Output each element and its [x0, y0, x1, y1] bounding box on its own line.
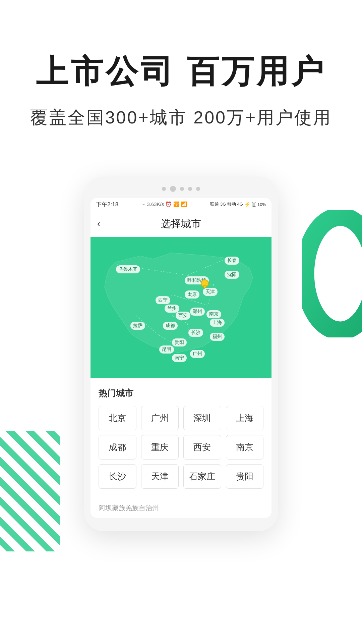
city-button[interactable]: 重庆	[141, 435, 179, 460]
ring-decoration	[302, 210, 362, 339]
status-right: 联通 3G 移动 4G ⚡ 10%	[210, 201, 266, 207]
map-city-label: 太原	[185, 290, 199, 299]
map-pin	[201, 279, 209, 291]
city-button[interactable]: 北京	[99, 406, 136, 430]
map-cities: 乌鲁木齐长春沈阳呼和浩特天津太原西宁兰州西安郑州南京上海拉萨成都长沙福州贵阳昆明…	[90, 237, 272, 378]
hero-subtitle: 覆盖全国300+城市 200万+用户使用	[27, 106, 335, 129]
hero-section: 上市公司 百万用户 覆盖全国300+城市 200万+用户使用	[0, 0, 362, 150]
status-speed: ··· 3.63K/s ⏰ 🛜 📶	[141, 201, 187, 207]
hot-cities-title: 热门城市	[99, 387, 263, 399]
map-city-label: 沈阳	[225, 271, 239, 279]
map-area: 乌鲁木齐长春沈阳呼和浩特天津太原西宁兰州西安郑州南京上海拉萨成都长沙福州贵阳昆明…	[90, 237, 272, 378]
status-time: 下午2:18	[96, 201, 118, 208]
city-button[interactable]: 南京	[226, 435, 264, 460]
map-city-label: 广州	[190, 350, 205, 358]
sensor-dot-4	[196, 187, 200, 191]
hero-title: 上市公司 百万用户	[27, 54, 335, 89]
sensor-dot-1	[162, 187, 166, 191]
city-button[interactable]: 成都	[99, 435, 136, 460]
back-button[interactable]: ‹	[97, 218, 100, 229]
hot-cities-section: 热门城市 北京广州深圳上海成都重庆西安南京长沙天津石家庄贵阳	[90, 378, 272, 498]
sensor-dot-3	[188, 187, 192, 191]
sensor-dot-2	[180, 187, 184, 191]
map-city-label: 上海	[210, 319, 225, 327]
map-city-label: 长春	[225, 257, 239, 265]
stripe-decoration	[0, 431, 60, 551]
sensor-camera	[170, 186, 176, 192]
app-header: ‹ 选择城市	[90, 211, 272, 237]
city-button[interactable]: 西安	[183, 435, 221, 460]
city-button[interactable]: 广州	[141, 406, 179, 430]
map-city-label: 南京	[206, 310, 221, 318]
map-city-label: 贵阳	[172, 338, 187, 346]
map-city-label: 兰州	[165, 305, 179, 313]
map-city-label: 昆明	[159, 345, 174, 354]
phone-showcase: 下午2:18 ··· 3.63K/s ⏰ 🛜 📶 联通 3G 移动 4G ⚡ 1…	[0, 176, 362, 531]
city-button[interactable]: 贵阳	[226, 464, 264, 489]
phone-mockup: 下午2:18 ··· 3.63K/s ⏰ 🛜 📶 联通 3G 移动 4G ⚡ 1…	[84, 176, 278, 531]
map-city-label: 成都	[163, 322, 178, 330]
bottom-text: 阿坝藏族羌族自治州	[90, 498, 272, 518]
map-city-label: 南宁	[172, 354, 187, 362]
phone-screen: 下午2:18 ··· 3.63K/s ⏰ 🛜 📶 联通 3G 移动 4G ⚡ 1…	[90, 198, 272, 518]
city-button[interactable]: 石家庄	[183, 464, 221, 489]
map-city-label: 西宁	[156, 296, 170, 304]
status-bar: 下午2:18 ··· 3.63K/s ⏰ 🛜 📶 联通 3G 移动 4G ⚡ 1…	[90, 198, 272, 211]
map-city-label: 西安	[176, 312, 190, 320]
map-city-label: 乌鲁木齐	[116, 265, 140, 273]
map-city-label: 郑州	[190, 308, 205, 316]
map-city-label: 拉萨	[130, 322, 145, 330]
city-button[interactable]: 深圳	[183, 406, 221, 430]
city-grid: 北京广州深圳上海成都重庆西安南京长沙天津石家庄贵阳	[99, 406, 263, 489]
city-button[interactable]: 上海	[226, 406, 264, 430]
city-button[interactable]: 长沙	[99, 464, 136, 489]
map-city-label: 长沙	[188, 329, 203, 337]
phone-sensors	[90, 186, 272, 192]
map-city-label: 福州	[210, 333, 225, 341]
app-title: 选择城市	[161, 217, 201, 231]
svg-point-0	[305, 217, 362, 331]
city-button[interactable]: 天津	[141, 464, 179, 489]
